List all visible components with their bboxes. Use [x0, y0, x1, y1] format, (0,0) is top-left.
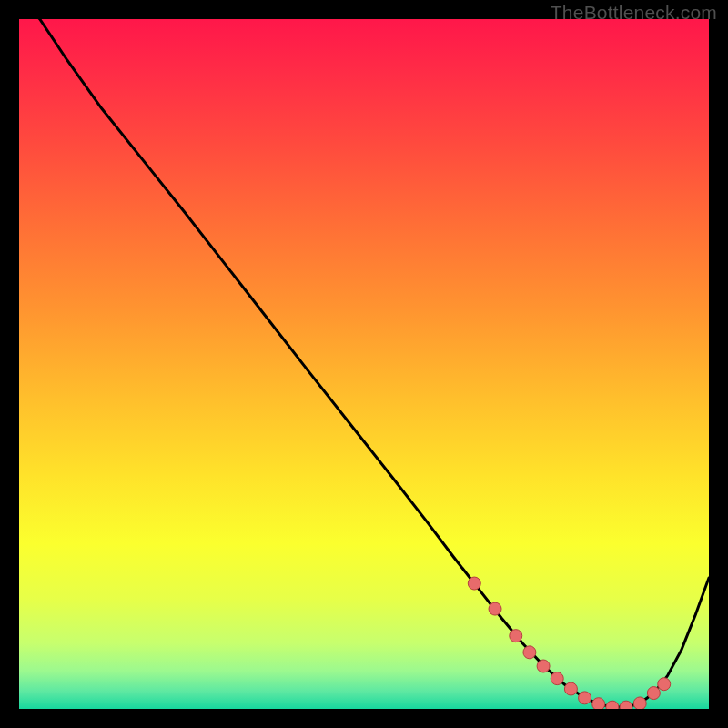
curve-marker — [658, 678, 671, 691]
curve-marker — [606, 701, 619, 709]
plot-svg — [19, 19, 709, 709]
plot-area — [19, 19, 709, 709]
curve-marker — [633, 697, 646, 709]
attribution-text: TheBottleneck.com — [551, 2, 717, 24]
curve-marker — [592, 698, 605, 709]
curve-marker — [620, 701, 632, 709]
curve-marker — [537, 660, 550, 672]
curve-marker — [489, 602, 501, 615]
gradient-background — [19, 19, 709, 709]
curve-marker — [647, 687, 660, 700]
curve-marker — [564, 682, 577, 695]
curve-marker — [523, 646, 536, 659]
curve-marker — [510, 630, 522, 642]
chart-stage: TheBottleneck.com — [0, 0, 728, 728]
curve-marker — [579, 692, 592, 704]
curve-marker — [551, 672, 563, 685]
curve-marker — [468, 577, 480, 590]
